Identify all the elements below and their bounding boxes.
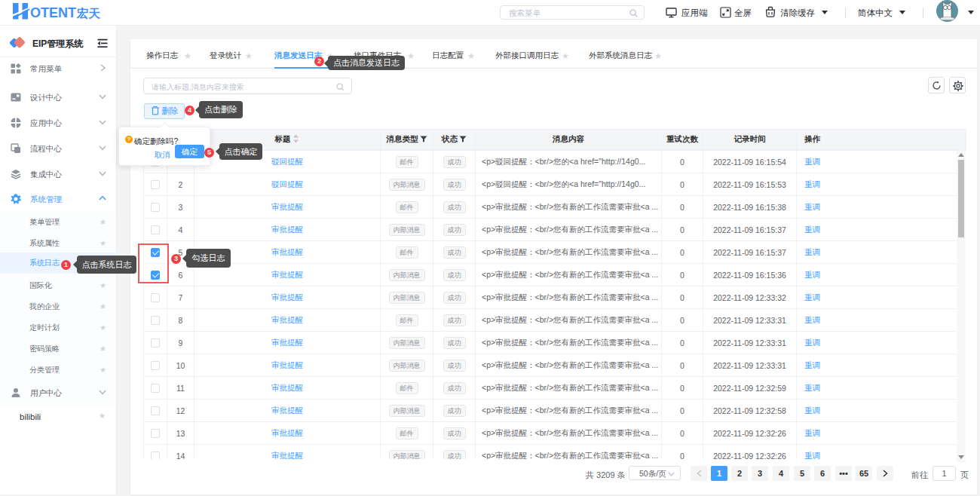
svg-text:OTENT: OTENT (30, 5, 76, 20)
svg-text:宏天: 宏天 (76, 7, 101, 20)
